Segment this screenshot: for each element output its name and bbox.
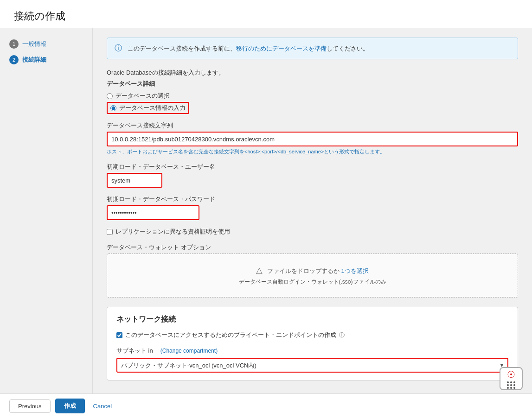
wallet-section: データベース・ウォレット オプション △ ファイルをドロップするか 1つを選択 … [107,243,518,298]
wallet-subtitle: データベース自動ログイン・ウォレット(.sso)ファイルのみ [118,278,506,286]
page-title: 接続の作成 [0,0,532,28]
network-title: ネットワーク接続 [116,315,508,324]
password-label: 初期ロード・データベース・パスワード [107,195,518,203]
subnet-label-row: サブネット in (Change compartment) [116,347,508,355]
conn-string-input[interactable] [107,132,518,146]
oracle-label: Oracle Databaseの接続詳細を入力します。 [107,69,518,77]
sidebar: 1 一般情報 2 接続詳細 [0,28,93,418]
sidebar-step-1[interactable]: 1 一般情報 [9,38,92,51]
db-detail-label: データベース詳細 [107,80,518,88]
radio-input-db[interactable]: データベース情報の入力 [107,102,518,114]
sidebar-item-details[interactable]: 接続詳細 [22,56,46,64]
private-endpoint-checkbox[interactable] [116,332,122,338]
wallet-drop-text: △ ファイルをドロップするか 1つを選択 [118,265,506,275]
password-input[interactable] [107,205,199,220]
radio-input-highlighted: データベース情報の入力 [107,102,189,114]
footer-bar: Previous 作成 Cancel [0,393,532,418]
conn-string-hint: ホスト、ポートおよびサービス名を含む完全な接続文字列を<host>:<port>… [107,148,518,155]
username-label: 初期ロード・データベース・ユーザー名 [107,163,518,171]
dot-2 [510,381,512,383]
dots-grid [507,381,516,389]
subnet-select-wrapper: パブリック・サブネット-vcn_oci (vcn_oci VCN内) ▼ [116,358,508,373]
subnet-label: サブネット in [116,347,153,355]
radio-group-db: データベースの選択 データベース情報の入力 [107,92,518,114]
username-group: 初期ロード・データベース・ユーザー名 [107,163,518,188]
content-area: ⓘ このデータベース接続を作成する前に、移行のためにデータベースを準備してくださ… [93,28,532,418]
network-section: ネットワーク接続 このデータベースにアクセスするためのプライベート・エンドポイン… [107,307,518,380]
radio-input-control[interactable] [110,105,116,111]
page-wrapper: 接続の作成 1 一般情報 2 接続詳細 ⓘ このデータベース接続を作成する前に、… [0,0,532,418]
cancel-button[interactable]: Cancel [90,400,115,412]
radio-select-input[interactable] [107,93,113,99]
radio-select-db[interactable]: データベースの選択 [107,92,518,100]
help-widget[interactable]: ☉ [500,367,523,390]
main-content: 1 一般情報 2 接続詳細 ⓘ このデータベース接続を作成する前に、移行のために… [0,28,532,418]
info-circle-icon: ⓘ [339,331,345,339]
wallet-select-link[interactable]: 1つを選択 [341,267,369,274]
change-compartment-link[interactable]: (Change compartment) [160,348,218,354]
sidebar-step-2[interactable]: 2 接続詳細 [9,53,92,66]
life-ring-icon: ☉ [507,369,515,380]
step-num-2: 2 [9,55,19,64]
conn-string-label: データベース接続文字列 [107,121,518,130]
banner-text: このデータベース接続を作成する前に、移行のためにデータベースを準備してください。 [128,44,369,53]
dot-4 [507,384,509,386]
db-detail-group: データベース詳細 データベースの選択 データベース情報の入力 [107,80,518,114]
replication-label: レプリケーションに異なる資格証明を使用 [115,228,230,236]
dot-6 [513,384,515,386]
wallet-label: データベース・ウォレット オプション [107,243,518,252]
username-input[interactable] [107,173,162,188]
sidebar-item-general[interactable]: 一般情報 [22,40,46,48]
private-endpoint-checkbox-item[interactable]: このデータベースにアクセスするためのプライベート・エンドポイントの作成 ⓘ [116,331,508,339]
previous-button[interactable]: Previous [9,399,51,413]
replication-checkbox[interactable] [107,229,113,235]
dot-9 [513,387,515,389]
info-icon: ⓘ [115,44,122,53]
banner-link[interactable]: 移行のためにデータベースを準備 [236,45,327,52]
dot-5 [510,384,512,386]
create-button[interactable]: 作成 [55,399,85,413]
private-endpoint-label: このデータベースにアクセスするためのプライベート・エンドポイントの作成 [125,331,336,339]
radio-input-label: データベース情報の入力 [119,104,186,112]
conn-string-group: データベース接続文字列 ホスト、ポートおよびサービス名を含む完全な接続文字列を<… [107,121,518,155]
replication-checkbox-item[interactable]: レプリケーションに異なる資格証明を使用 [107,228,518,236]
dot-3 [513,381,515,383]
radio-select-label: データベースの選択 [115,92,170,100]
dot-8 [510,387,512,389]
password-group: 初期ロード・データベース・パスワード [107,195,518,220]
step-num-1: 1 [9,39,19,49]
dot-7 [507,387,509,389]
wallet-drop-area[interactable]: △ ファイルをドロップするか 1つを選択 データベース自動ログイン・ウォレット(… [107,253,518,298]
dot-1 [507,381,509,383]
upload-icon: △ [256,266,263,275]
info-banner: ⓘ このデータベース接続を作成する前に、移行のためにデータベースを準備してくださ… [107,38,518,59]
subnet-select[interactable]: パブリック・サブネット-vcn_oci (vcn_oci VCN内) [116,358,508,373]
